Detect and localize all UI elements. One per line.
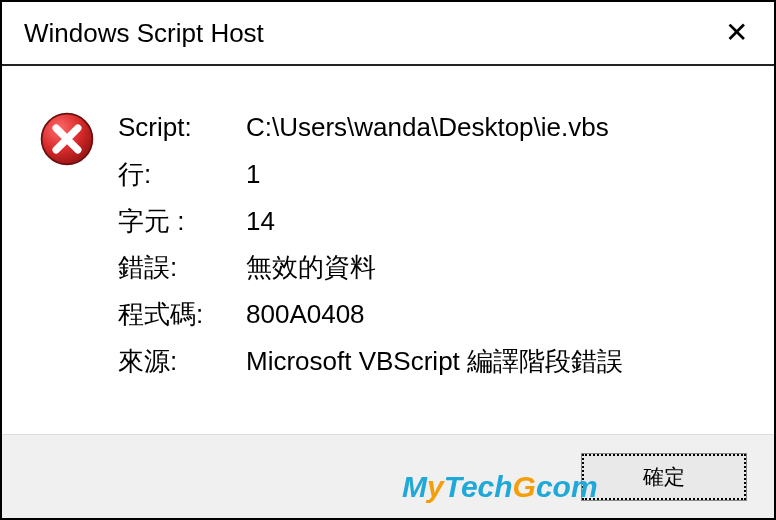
row-source: 來源: Microsoft VBScript 編譯階段錯誤 xyxy=(118,338,744,385)
error-icon xyxy=(38,110,96,168)
row-error: 錯誤: 無效的資料 xyxy=(118,244,744,291)
label-char: 字元 : xyxy=(118,198,246,245)
row-script: Script: C:\Users\wanda\Desktop\ie.vbs xyxy=(118,104,744,151)
label-script: Script: xyxy=(118,104,246,151)
close-button[interactable]: ✕ xyxy=(717,15,756,51)
label-line: 行: xyxy=(118,151,246,198)
dialog-footer: MyTechGcom 確定 xyxy=(2,434,774,518)
ok-button[interactable]: 確定 xyxy=(582,454,746,500)
label-source: 來源: xyxy=(118,338,246,385)
value-char: 14 xyxy=(246,198,744,245)
error-fields: Script: C:\Users\wanda\Desktop\ie.vbs 行:… xyxy=(118,104,744,414)
row-code: 程式碼: 800A0408 xyxy=(118,291,744,338)
value-error: 無效的資料 xyxy=(246,244,744,291)
value-source: Microsoft VBScript 編譯階段錯誤 xyxy=(246,338,744,385)
row-line: 行: 1 xyxy=(118,151,744,198)
icon-column xyxy=(38,104,104,414)
label-code: 程式碼: xyxy=(118,291,246,338)
watermark: MyTechGcom xyxy=(402,470,598,504)
value-line: 1 xyxy=(246,151,744,198)
window-title: Windows Script Host xyxy=(24,18,264,49)
dialog-window: Windows Script Host ✕ Script: C:\Users\w xyxy=(0,0,776,520)
value-script: C:\Users\wanda\Desktop\ie.vbs xyxy=(246,104,744,151)
value-code: 800A0408 xyxy=(246,291,744,338)
titlebar: Windows Script Host ✕ xyxy=(2,2,774,66)
dialog-content: Script: C:\Users\wanda\Desktop\ie.vbs 行:… xyxy=(2,66,774,434)
label-error: 錯誤: xyxy=(118,244,246,291)
row-char: 字元 : 14 xyxy=(118,198,744,245)
